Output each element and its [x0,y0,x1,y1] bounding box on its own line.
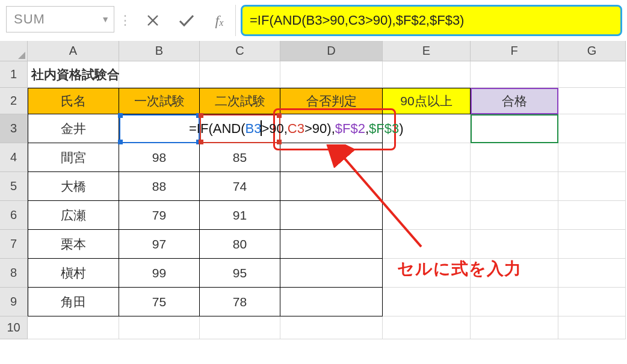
cell-G4[interactable] [558,143,626,172]
cell-B1[interactable] [119,61,200,88]
cell-F9[interactable] [471,288,558,316]
fx-button[interactable]: fx [203,5,236,36]
cell-C4[interactable]: 85 [200,143,280,172]
cell-F5[interactable] [471,172,558,201]
cell-D8[interactable] [280,259,383,288]
cell-E8[interactable] [383,259,471,288]
cell-G1[interactable] [558,61,626,88]
cell-D5[interactable] [280,172,383,201]
row-header-10[interactable]: 10 [0,316,28,339]
col-header-A[interactable]: A [28,41,119,61]
row-header-5[interactable]: 5 [0,172,28,201]
cell-G9[interactable] [558,288,626,316]
cell-G10[interactable] [558,316,626,339]
cell-E5[interactable] [383,172,471,201]
row-header-6[interactable]: 6 [0,201,28,230]
cell-A10[interactable] [28,316,119,339]
cell-A3[interactable]: 金井 [28,114,119,143]
col-header-F[interactable]: F [471,41,558,61]
cell-C7[interactable]: 80 [200,230,280,259]
cell-A2[interactable]: 氏名 [28,88,119,114]
cell-G2[interactable] [558,88,626,114]
cell-G6[interactable] [558,201,626,230]
cell-A4[interactable]: 間宮 [28,143,119,172]
col-header-B[interactable]: B [119,41,200,61]
spreadsheet-grid[interactable]: A B C D E F G 1 社内資格試験合格者 2 氏名 一次試験 二次試験… [0,41,627,339]
cancel-button[interactable] [136,5,170,36]
cell-A7[interactable]: 栗本 [28,230,119,259]
col-header-D[interactable]: D [280,41,383,61]
cell-C2[interactable]: 二次試験 [200,88,280,114]
row-5: 5 大橋 88 74 [0,172,627,201]
row-header-3[interactable]: 3 [0,114,28,143]
name-box[interactable]: SUM ▼ [6,6,114,32]
cell-F3[interactable] [471,114,558,143]
row-header-1[interactable]: 1 [0,61,28,88]
cell-D7[interactable] [280,230,383,259]
cell-E1[interactable] [383,61,471,88]
cell-E10[interactable] [383,316,471,339]
cell-G5[interactable] [558,172,626,201]
cell-C5[interactable]: 74 [200,172,280,201]
cell-B4[interactable]: 98 [119,143,200,172]
cell-B7[interactable]: 97 [119,230,200,259]
formula-bar-input[interactable]: =IF(AND(B3>90,C3>90),$F$2,$F$3) [241,5,622,36]
col-header-G[interactable]: G [558,41,626,61]
cell-C8[interactable]: 95 [200,259,280,288]
cell-D10[interactable] [280,316,383,339]
cell-E4[interactable] [383,143,471,172]
row-header-2[interactable]: 2 [0,88,28,114]
cell-A8[interactable]: 槇村 [28,259,119,288]
col-header-E[interactable]: E [383,41,471,61]
formula-prefix: =IF(AND( [189,121,246,137]
inline-formula-edit[interactable]: =IF(AND(B3>90,C3>90),$F$2,$F$3) [188,114,404,143]
row-6: 6 広瀬 79 91 [0,201,627,230]
row-8: 8 槇村 99 95 [0,259,627,288]
cell-D6[interactable] [280,201,383,230]
cell-B5[interactable]: 88 [119,172,200,201]
cell-E7[interactable] [383,230,471,259]
cell-E6[interactable] [383,201,471,230]
cell-B8[interactable]: 99 [119,259,200,288]
cell-C9[interactable]: 78 [200,288,280,316]
column-header-row: A B C D E F G [0,41,627,61]
cell-F7[interactable] [471,230,558,259]
row-header-9[interactable]: 9 [0,288,28,316]
select-all-corner[interactable] [0,41,28,61]
cell-F8[interactable] [471,259,558,288]
cell-F2[interactable]: 合格 [471,88,558,114]
row-header-7[interactable]: 7 [0,230,28,259]
cell-B6[interactable]: 79 [119,201,200,230]
cell-E9[interactable] [383,288,471,316]
cell-F4[interactable] [471,143,558,172]
enter-button[interactable] [170,5,203,36]
cell-C6[interactable]: 91 [200,201,280,230]
cell-G7[interactable] [558,230,626,259]
cell-B9[interactable]: 75 [119,288,200,316]
cell-A5[interactable]: 大橋 [28,172,119,201]
cell-G3[interactable] [558,114,626,143]
cell-D4[interactable] [280,143,383,172]
cell-G8[interactable] [558,259,626,288]
col-header-C[interactable]: C [200,41,280,61]
cell-F10[interactable] [471,316,558,339]
cell-E2[interactable]: 90点以上 [383,88,471,114]
cell-F6[interactable] [471,201,558,230]
row-header-4[interactable]: 4 [0,143,28,172]
name-box-dropdown-icon[interactable]: ▼ [101,14,110,24]
cell-A6[interactable]: 広瀬 [28,201,119,230]
cell-C10[interactable] [200,316,280,339]
cell-D9[interactable] [280,288,383,316]
row-header-8[interactable]: 8 [0,259,28,288]
formula-close: ) [399,121,403,137]
cell-D2[interactable]: 合否判定 [280,88,383,114]
formula-bar-separator: ⋮ [114,5,136,36]
cell-B2[interactable]: 一次試験 [119,88,200,114]
cell-A1[interactable]: 社内資格試験合格者 [28,61,119,88]
cell-A9[interactable]: 角田 [28,288,119,316]
cell-F1[interactable] [471,61,558,88]
row-1: 1 社内資格試験合格者 [0,61,627,88]
cell-B10[interactable] [119,316,200,339]
cell-C1[interactable] [200,61,280,88]
cell-D1[interactable] [280,61,383,88]
